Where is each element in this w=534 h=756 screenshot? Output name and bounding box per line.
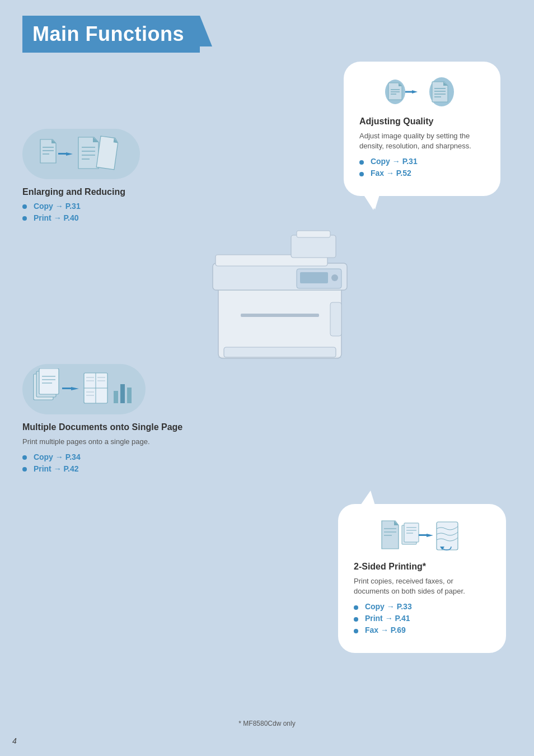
svg-rect-59 [114,391,118,403]
2sided-icon-area [354,517,490,554]
page-number: 4 [12,736,17,745]
svg-rect-73 [419,534,428,536]
svg-rect-44 [39,368,59,394]
2sided-title: 2-Sided Printing* [354,562,490,572]
bubble-tail-2sided [360,491,375,505]
printer-svg [185,218,375,381]
enlarging-link-copy[interactable]: Copy → P.31 [22,202,179,211]
section-multiple-docs: Multiple Documents onto Single Page Prin… [22,364,188,476]
multiple-docs-icon [31,368,137,410]
svg-marker-63 [394,521,399,525]
svg-marker-48 [71,387,79,390]
adjusting-quality-icon-area [359,75,485,109]
footnote-text: * MF8580Cdw only [238,720,295,727]
title-box: Main Functions [22,16,200,53]
adjusting-quality-link-fax[interactable]: Fax → P.52 [359,169,485,178]
svg-rect-60 [120,384,125,403]
2sided-link-fax[interactable]: Fax → P.69 [354,626,490,634]
multiple-docs-icon-bubble [22,364,146,414]
printer-illustration [185,218,375,381]
multiple-docs-desc: Print multiple pages onto a single page. [22,437,188,447]
svg-rect-39 [241,314,319,317]
section-adjusting-quality: Adjusting Quality Adjust image quality b… [344,62,500,196]
section-2sided-printing: 2-Sided Printing* Print copies, received… [338,504,506,653]
2sided-desc: Print copies, received faxes, or documen… [354,576,490,596]
svg-rect-68 [404,523,419,542]
multiple-docs-link-copy[interactable]: Copy → P.34 [22,452,188,461]
enlarging-link-print[interactable]: Print → P.40 [22,213,179,222]
page-title: Main Functions [32,22,184,45]
svg-rect-36 [300,272,328,283]
section-enlarging-reducing: Enlarging and Reducing Copy → P.31 Print… [22,129,179,225]
svg-rect-21 [58,153,67,155]
page-number-area: 4 [12,736,17,746]
enlarging-icon [34,134,129,174]
svg-rect-34 [297,231,330,237]
adjusting-quality-desc: Adjust image quality by setting the dens… [359,131,485,151]
svg-rect-61 [127,388,132,403]
2sided-icon [377,517,467,554]
svg-rect-49 [62,388,72,389]
multiple-docs-link-print[interactable]: Print → P.42 [22,464,188,473]
svg-rect-74 [437,522,458,550]
svg-rect-38 [224,347,336,357]
svg-point-37 [331,274,338,281]
page-header: Main Functions [0,0,534,53]
svg-rect-7 [405,91,413,93]
bubble-tail-quality [365,195,380,209]
svg-rect-40 [330,302,341,336]
adjusting-quality-icon [383,75,461,109]
enlarging-icon-bubble [22,129,140,179]
enlarging-title: Enlarging and Reducing [22,187,179,197]
multiple-docs-title: Multiple Documents onto Single Page [22,422,188,432]
2sided-link-copy[interactable]: Copy → P.33 [354,602,490,611]
adjusting-quality-title: Adjusting Quality [359,116,485,127]
2sided-link-print[interactable]: Print → P.41 [354,614,490,623]
svg-rect-33 [291,235,336,258]
footnote-area: * MF8580Cdw only [0,718,534,728]
adjusting-quality-link-copy[interactable]: Copy → P.31 [359,157,485,166]
